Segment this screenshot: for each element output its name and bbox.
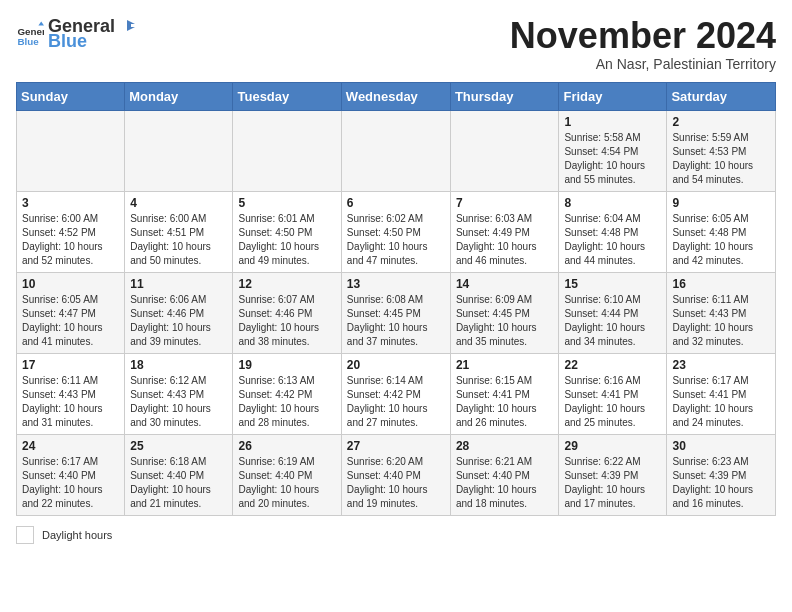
calendar-cell: 21Sunrise: 6:15 AM Sunset: 4:41 PM Dayli… (450, 353, 559, 434)
day-number: 29 (564, 439, 661, 453)
day-number: 10 (22, 277, 119, 291)
day-info: Sunrise: 6:06 AM Sunset: 4:46 PM Dayligh… (130, 293, 227, 349)
location-subtitle: An Nasr, Palestinian Territory (510, 56, 776, 72)
day-number: 24 (22, 439, 119, 453)
calendar-cell (17, 110, 125, 191)
calendar-cell: 24Sunrise: 6:17 AM Sunset: 4:40 PM Dayli… (17, 434, 125, 515)
header-friday: Friday (559, 82, 667, 110)
day-number: 11 (130, 277, 227, 291)
day-info: Sunrise: 6:22 AM Sunset: 4:39 PM Dayligh… (564, 455, 661, 511)
day-info: Sunrise: 6:18 AM Sunset: 4:40 PM Dayligh… (130, 455, 227, 511)
day-info: Sunrise: 6:12 AM Sunset: 4:43 PM Dayligh… (130, 374, 227, 430)
calendar-cell (125, 110, 233, 191)
day-info: Sunrise: 6:07 AM Sunset: 4:46 PM Dayligh… (238, 293, 335, 349)
day-number: 22 (564, 358, 661, 372)
calendar-cell: 9Sunrise: 6:05 AM Sunset: 4:48 PM Daylig… (667, 191, 776, 272)
calendar-cell: 12Sunrise: 6:07 AM Sunset: 4:46 PM Dayli… (233, 272, 341, 353)
day-info: Sunrise: 6:17 AM Sunset: 4:40 PM Dayligh… (22, 455, 119, 511)
day-number: 30 (672, 439, 770, 453)
day-number: 28 (456, 439, 554, 453)
day-info: Sunrise: 6:15 AM Sunset: 4:41 PM Dayligh… (456, 374, 554, 430)
day-info: Sunrise: 5:59 AM Sunset: 4:53 PM Dayligh… (672, 131, 770, 187)
calendar-cell: 7Sunrise: 6:03 AM Sunset: 4:49 PM Daylig… (450, 191, 559, 272)
calendar-cell: 4Sunrise: 6:00 AM Sunset: 4:51 PM Daylig… (125, 191, 233, 272)
day-number: 1 (564, 115, 661, 129)
calendar-header-row: SundayMondayTuesdayWednesdayThursdayFrid… (17, 82, 776, 110)
day-number: 2 (672, 115, 770, 129)
calendar-cell: 13Sunrise: 6:08 AM Sunset: 4:45 PM Dayli… (341, 272, 450, 353)
day-info: Sunrise: 6:17 AM Sunset: 4:41 PM Dayligh… (672, 374, 770, 430)
day-number: 6 (347, 196, 445, 210)
day-info: Sunrise: 6:09 AM Sunset: 4:45 PM Dayligh… (456, 293, 554, 349)
calendar-cell: 28Sunrise: 6:21 AM Sunset: 4:40 PM Dayli… (450, 434, 559, 515)
day-number: 9 (672, 196, 770, 210)
calendar-cell: 5Sunrise: 6:01 AM Sunset: 4:50 PM Daylig… (233, 191, 341, 272)
day-number: 23 (672, 358, 770, 372)
day-info: Sunrise: 6:13 AM Sunset: 4:42 PM Dayligh… (238, 374, 335, 430)
week-row-4: 17Sunrise: 6:11 AM Sunset: 4:43 PM Dayli… (17, 353, 776, 434)
day-info: Sunrise: 6:16 AM Sunset: 4:41 PM Dayligh… (564, 374, 661, 430)
day-number: 20 (347, 358, 445, 372)
day-info: Sunrise: 6:11 AM Sunset: 4:43 PM Dayligh… (22, 374, 119, 430)
week-row-3: 10Sunrise: 6:05 AM Sunset: 4:47 PM Dayli… (17, 272, 776, 353)
calendar-cell: 17Sunrise: 6:11 AM Sunset: 4:43 PM Dayli… (17, 353, 125, 434)
day-info: Sunrise: 6:23 AM Sunset: 4:39 PM Dayligh… (672, 455, 770, 511)
calendar-cell: 8Sunrise: 6:04 AM Sunset: 4:48 PM Daylig… (559, 191, 667, 272)
week-row-1: 1Sunrise: 5:58 AM Sunset: 4:54 PM Daylig… (17, 110, 776, 191)
day-number: 17 (22, 358, 119, 372)
calendar-cell (341, 110, 450, 191)
day-info: Sunrise: 6:02 AM Sunset: 4:50 PM Dayligh… (347, 212, 445, 268)
day-number: 16 (672, 277, 770, 291)
calendar-cell (450, 110, 559, 191)
day-info: Sunrise: 6:21 AM Sunset: 4:40 PM Dayligh… (456, 455, 554, 511)
day-number: 12 (238, 277, 335, 291)
legend-label: Daylight hours (42, 529, 112, 541)
day-info: Sunrise: 6:11 AM Sunset: 4:43 PM Dayligh… (672, 293, 770, 349)
svg-marker-2 (38, 21, 44, 25)
day-info: Sunrise: 5:58 AM Sunset: 4:54 PM Dayligh… (564, 131, 661, 187)
header-thursday: Thursday (450, 82, 559, 110)
header-monday: Monday (125, 82, 233, 110)
day-info: Sunrise: 6:03 AM Sunset: 4:49 PM Dayligh… (456, 212, 554, 268)
day-info: Sunrise: 6:05 AM Sunset: 4:48 PM Dayligh… (672, 212, 770, 268)
legend: Daylight hours (16, 526, 776, 544)
day-info: Sunrise: 6:08 AM Sunset: 4:45 PM Dayligh… (347, 293, 445, 349)
day-number: 5 (238, 196, 335, 210)
calendar-cell: 15Sunrise: 6:10 AM Sunset: 4:44 PM Dayli… (559, 272, 667, 353)
calendar-cell: 27Sunrise: 6:20 AM Sunset: 4:40 PM Dayli… (341, 434, 450, 515)
calendar-cell: 25Sunrise: 6:18 AM Sunset: 4:40 PM Dayli… (125, 434, 233, 515)
calendar-cell: 2Sunrise: 5:59 AM Sunset: 4:53 PM Daylig… (667, 110, 776, 191)
calendar-cell: 6Sunrise: 6:02 AM Sunset: 4:50 PM Daylig… (341, 191, 450, 272)
calendar-cell: 19Sunrise: 6:13 AM Sunset: 4:42 PM Dayli… (233, 353, 341, 434)
day-info: Sunrise: 6:00 AM Sunset: 4:51 PM Dayligh… (130, 212, 227, 268)
header-tuesday: Tuesday (233, 82, 341, 110)
calendar-cell: 16Sunrise: 6:11 AM Sunset: 4:43 PM Dayli… (667, 272, 776, 353)
day-number: 19 (238, 358, 335, 372)
header-saturday: Saturday (667, 82, 776, 110)
day-number: 21 (456, 358, 554, 372)
day-info: Sunrise: 6:05 AM Sunset: 4:47 PM Dayligh… (22, 293, 119, 349)
calendar-cell: 1Sunrise: 5:58 AM Sunset: 4:54 PM Daylig… (559, 110, 667, 191)
calendar-cell: 18Sunrise: 6:12 AM Sunset: 4:43 PM Dayli… (125, 353, 233, 434)
calendar-cell (233, 110, 341, 191)
calendar-cell: 3Sunrise: 6:00 AM Sunset: 4:52 PM Daylig… (17, 191, 125, 272)
day-info: Sunrise: 6:14 AM Sunset: 4:42 PM Dayligh… (347, 374, 445, 430)
calendar-cell: 20Sunrise: 6:14 AM Sunset: 4:42 PM Dayli… (341, 353, 450, 434)
day-number: 26 (238, 439, 335, 453)
day-number: 14 (456, 277, 554, 291)
day-number: 8 (564, 196, 661, 210)
day-info: Sunrise: 6:10 AM Sunset: 4:44 PM Dayligh… (564, 293, 661, 349)
header-sunday: Sunday (17, 82, 125, 110)
day-number: 27 (347, 439, 445, 453)
legend-box (16, 526, 34, 544)
day-number: 13 (347, 277, 445, 291)
logo-bird-icon (117, 17, 137, 37)
calendar-cell: 30Sunrise: 6:23 AM Sunset: 4:39 PM Dayli… (667, 434, 776, 515)
calendar-cell: 26Sunrise: 6:19 AM Sunset: 4:40 PM Dayli… (233, 434, 341, 515)
logo-icon: General Blue (16, 20, 44, 48)
page-header: General Blue General Blue November 2024 … (16, 16, 776, 72)
day-number: 3 (22, 196, 119, 210)
svg-text:Blue: Blue (17, 36, 39, 47)
logo: General Blue General Blue (16, 16, 137, 52)
day-number: 7 (456, 196, 554, 210)
